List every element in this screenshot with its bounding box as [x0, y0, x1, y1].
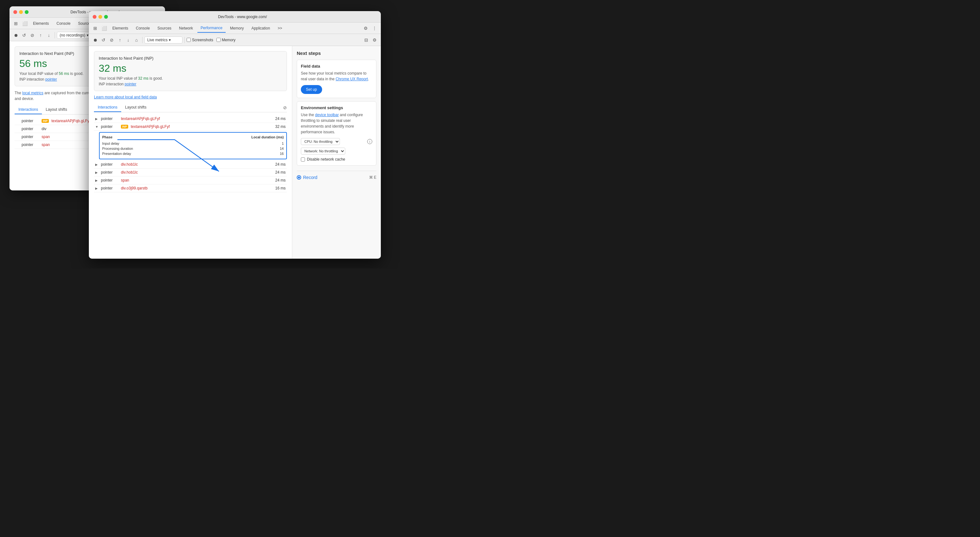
device-toolbar-link[interactable]: device toolbar — [315, 113, 339, 117]
subtab-layoutshifts-back[interactable]: Layout shifts — [42, 105, 71, 114]
front-interaction-1[interactable]: ▶ pointer textarea#APjFqb.gLFyf 24 ms — [94, 115, 287, 123]
expand-arrow-4-front[interactable]: ▶ — [95, 171, 99, 174]
more-icon-front[interactable]: ⋮ — [371, 24, 378, 32]
refresh-icon-back[interactable]: ↺ — [20, 32, 28, 39]
phase-row-3: Presentation delay 16 — [102, 151, 284, 156]
tab-application-front[interactable]: Application — [248, 24, 273, 32]
front-interaction-3[interactable]: ▶ pointer div.hob1lc 24 ms — [94, 161, 287, 169]
element-5-front: span — [121, 178, 270, 183]
tab-performance-front[interactable]: Performance — [197, 24, 226, 33]
inspect-icon-front[interactable]: ⊞ — [91, 24, 99, 32]
front-interaction-5[interactable]: ▶ pointer span 24 ms — [94, 177, 287, 185]
memory-check-front[interactable] — [216, 38, 221, 42]
traffic-lights-front — [93, 15, 108, 19]
duration-5-front: 24 ms — [273, 178, 286, 183]
duration-1-front: 24 ms — [273, 116, 286, 121]
download-icon-back[interactable]: ↓ — [45, 32, 52, 39]
next-steps-title: Next steps — [297, 51, 376, 56]
close-button-front[interactable] — [93, 15, 97, 19]
element-4-front: div.hob1lc — [121, 170, 270, 175]
record-icon-front[interactable]: ⏺ — [91, 36, 99, 44]
record-icon-back[interactable]: ⏺ — [12, 32, 20, 39]
minimize-button-front[interactable] — [99, 15, 102, 19]
inspect-icon[interactable]: ⊞ — [12, 20, 20, 27]
tab-console-back[interactable]: Console — [53, 19, 74, 28]
close-button-back[interactable] — [13, 10, 17, 14]
main-panel-front: Interaction to Next Paint (INP) 32 ms Yo… — [89, 46, 292, 259]
duration-3-front: 24 ms — [273, 162, 286, 167]
element-1-front: textarea#APjFqb.gLFyf — [121, 116, 270, 121]
memory-checkbox-front[interactable]: Memory — [216, 38, 235, 42]
maximize-button-front[interactable] — [104, 15, 108, 19]
screenshots-checkbox-front[interactable]: Screenshots — [187, 38, 213, 42]
duration-6-front: 16 ms — [273, 186, 286, 190]
home-icon-front[interactable]: ⌂ — [133, 36, 140, 44]
tab-sources-front[interactable]: Sources — [154, 24, 175, 32]
device-icon-front[interactable]: ⬜ — [100, 24, 108, 32]
expand-arrow-2-front[interactable]: ▼ — [95, 125, 99, 129]
type-4-front: pointer — [101, 170, 118, 175]
record-button[interactable]: Record — [297, 175, 317, 180]
tab-elements-front[interactable]: Elements — [109, 24, 131, 32]
inp-title-front: Interaction to Next Paint (INP) — [99, 56, 282, 61]
disable-cache-checkbox[interactable] — [301, 158, 305, 161]
disable-cache-row: Disable network cache — [301, 157, 372, 161]
chrome-ux-report-link[interactable]: Chrome UX Report — [336, 77, 368, 81]
download-icon-front[interactable]: ↓ — [124, 36, 132, 44]
tab-more-front[interactable]: >> — [275, 24, 285, 32]
phase-name-1: Input delay — [102, 142, 119, 145]
front-interaction-6[interactable]: ▶ pointer div.o3j99.qarstb 16 ms — [94, 185, 287, 192]
local-metrics-link-back[interactable]: local metrics — [22, 91, 43, 95]
subtab-interactions-back[interactable]: Interactions — [14, 105, 42, 114]
layout-icon-front[interactable]: ⊟ — [363, 36, 370, 44]
cpu-info-icon[interactable]: i — [367, 139, 372, 144]
type-2-front: pointer — [101, 124, 118, 129]
settings-icon-front[interactable]: ⚙ — [362, 24, 369, 32]
inp-desc-highlight-back: 56 ms — [59, 72, 69, 76]
front-interaction-2[interactable]: ▼ pointer INP textarea#APjFqb.gLFyf 32 m… — [94, 123, 287, 131]
duration-4-front: 24 ms — [273, 170, 286, 175]
front-interaction-4[interactable]: ▶ pointer div.hob1lc 24 ms — [94, 169, 287, 177]
tab-network-front[interactable]: Network — [176, 24, 196, 32]
screenshots-check-front[interactable] — [187, 38, 191, 42]
network-throttle-select[interactable]: Network: No throttling — [301, 148, 345, 155]
learn-more-link[interactable]: Learn more about local and field data — [94, 95, 287, 99]
field-data-title: Field data — [301, 64, 372, 69]
right-panel: Next steps Field data See how your local… — [292, 46, 381, 259]
expand-arrow-1-front[interactable]: ▶ — [95, 117, 99, 121]
inp-badge-2-front: INP — [121, 125, 128, 129]
dropdown-arrow-back: ▾ — [87, 33, 89, 37]
clear-interactions-front[interactable]: ⊘ — [283, 105, 287, 110]
record-shortcut: ⌘ E — [369, 175, 376, 180]
clear-icon-back[interactable]: ⊘ — [29, 32, 36, 39]
front-interaction-2-expanded: ▼ pointer INP textarea#APjFqb.gLFyf 32 m… — [94, 123, 287, 159]
clear-icon-front[interactable]: ⊘ — [108, 36, 116, 44]
cpu-throttle-select[interactable]: CPU: No throttling — [301, 138, 340, 145]
phase-duration-2: 14 — [280, 147, 284, 150]
device-icon[interactable]: ⬜ — [21, 20, 29, 27]
upload-icon-front[interactable]: ↑ — [116, 36, 124, 44]
expand-arrow-3-front[interactable]: ▶ — [95, 163, 99, 166]
devtools-window-front: DevTools - www.google.com/ ⊞ ⬜ Elements … — [89, 11, 381, 259]
phase-name-2: Processing duration — [102, 147, 133, 150]
tab-memory-front[interactable]: Memory — [227, 24, 247, 32]
inp-desc-front: Your local INP value of 32 ms is good. — [99, 76, 282, 81]
inp-desc-suffix-back: is good. — [69, 72, 83, 76]
subtab-interactions-front[interactable]: Interactions — [94, 103, 121, 112]
minimize-button-back[interactable] — [19, 10, 23, 14]
live-metrics-dropdown-front[interactable]: Live metrics ▾ — [145, 37, 183, 43]
subtab-layoutshifts-front[interactable]: Layout shifts — [121, 103, 150, 112]
phase-row-1: Input delay 1 — [102, 141, 284, 146]
tab-elements-back[interactable]: Elements — [30, 19, 52, 28]
upload-icon-back[interactable]: ↑ — [37, 32, 45, 39]
inp-interaction-link-back[interactable]: pointer — [45, 77, 57, 81]
type-2-back: pointer — [22, 127, 39, 131]
refresh-icon-front[interactable]: ↺ — [100, 36, 107, 44]
setup-button[interactable]: Set up — [301, 85, 322, 94]
inp-interaction-link-front[interactable]: pointer — [125, 82, 137, 86]
expand-arrow-6-front[interactable]: ▶ — [95, 186, 99, 190]
settings-icon-front2[interactable]: ⚙ — [371, 36, 378, 44]
expand-arrow-5-front[interactable]: ▶ — [95, 178, 99, 182]
tab-console-front[interactable]: Console — [133, 24, 153, 32]
maximize-button-back[interactable] — [25, 10, 29, 14]
